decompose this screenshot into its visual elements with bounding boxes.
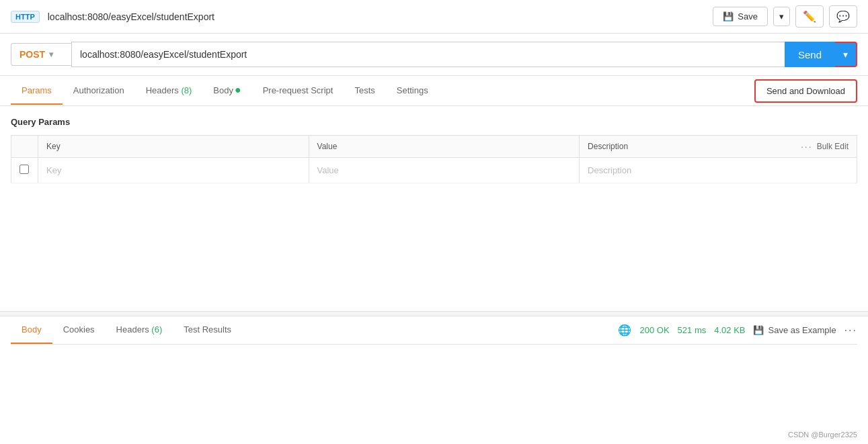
comment-icon-button[interactable]: 💬 <box>829 5 857 28</box>
save-example-label: Save as Example <box>768 325 836 335</box>
content-area: Query Params Key Value Description ··· B… <box>0 106 868 311</box>
response-area: Body Cookies Headers (6) Test Results 🌐 … <box>0 316 868 425</box>
edit-icon-button[interactable]: ✏️ <box>795 5 824 28</box>
send-and-download-button[interactable]: Send and Download <box>754 79 857 103</box>
params-table: Key Value Description ··· Bulk Edit <box>11 135 857 183</box>
response-time: 521 ms <box>678 325 707 335</box>
save-icon: 💾 <box>723 11 734 21</box>
http-badge: HTTP <box>11 11 40 23</box>
tabs-list: Params Authorization Headers (8) Body● P… <box>11 76 744 105</box>
row-checkbox-cell <box>11 158 38 183</box>
save-label: Save <box>738 11 758 21</box>
divider <box>0 311 868 316</box>
response-tabs-list: Body Cookies Headers (6) Test Results <box>11 316 618 344</box>
tabs-area: Params Authorization Headers (8) Body● P… <box>0 76 868 106</box>
tab-authorization[interactable]: Authorization <box>63 77 135 105</box>
col-header-description: Description ··· Bulk Edit <box>580 136 857 158</box>
send-button[interactable]: Send <box>785 42 835 67</box>
save-example-icon: 💾 <box>753 325 764 335</box>
response-content <box>11 345 857 425</box>
method-label: POST <box>19 49 45 60</box>
tab-body[interactable]: Body● <box>202 76 251 105</box>
response-tabs-row: Body Cookies Headers (6) Test Results 🌐 … <box>11 316 857 345</box>
globe-icon: 🌐 <box>618 324 631 337</box>
table-row: Key Value Description <box>11 158 857 183</box>
tab-pre-request-script[interactable]: Pre-request Script <box>252 77 344 105</box>
response-size: 4.02 KB <box>714 325 745 335</box>
query-params-title: Query Params <box>11 117 857 127</box>
save-button[interactable]: 💾 Save <box>713 7 768 26</box>
save-dropdown-button[interactable]: ▾ <box>773 7 790 26</box>
more-options-button[interactable]: ··· <box>844 324 857 337</box>
tab-settings[interactable]: Settings <box>386 77 439 105</box>
method-select[interactable]: POST ▾ <box>11 43 71 66</box>
bulk-dots-icon: ··· <box>801 141 813 152</box>
row-checkbox[interactable] <box>19 165 29 174</box>
title-bar: HTTP localhost:8080/easyExcel/studentExp… <box>0 0 868 34</box>
title-actions: 💾 Save ▾ ✏️ 💬 <box>713 5 857 28</box>
col-header-key: Key <box>38 136 309 158</box>
resp-tab-headers[interactable]: Headers (6) <box>106 316 173 344</box>
resp-tab-test-results[interactable]: Test Results <box>173 316 242 344</box>
status-badge: 200 OK <box>639 325 669 335</box>
description-cell[interactable]: Description <box>580 158 857 183</box>
footer-credit: CSDN @Burger2325 <box>788 431 857 439</box>
footer: CSDN @Burger2325 <box>0 425 868 444</box>
col-header-value: Value <box>309 136 580 158</box>
url-input[interactable] <box>71 42 785 67</box>
resp-tab-cookies[interactable]: Cookies <box>52 316 106 344</box>
tab-tests[interactable]: Tests <box>344 77 385 105</box>
send-dropdown-button[interactable]: ▾ <box>835 42 857 67</box>
method-arrow-icon: ▾ <box>49 50 53 59</box>
save-example-button[interactable]: 💾 Save as Example <box>753 325 836 335</box>
bulk-edit-area: ··· Bulk Edit <box>801 141 849 152</box>
value-cell[interactable]: Value <box>309 158 580 183</box>
resp-tab-body[interactable]: Body <box>11 316 52 344</box>
key-cell[interactable]: Key <box>38 158 309 183</box>
request-bar: POST ▾ Send ▾ <box>0 34 868 76</box>
bulk-edit-label: Bulk Edit <box>817 142 849 151</box>
title-url: localhost:8080/easyExcel/studentExport <box>48 11 705 22</box>
tab-params[interactable]: Params <box>11 77 63 105</box>
col-header-check <box>11 136 38 158</box>
tab-headers[interactable]: Headers (8) <box>135 77 203 105</box>
response-status-row: 🌐 200 OK 521 ms 4.02 KB 💾 Save as Exampl… <box>618 317 857 343</box>
